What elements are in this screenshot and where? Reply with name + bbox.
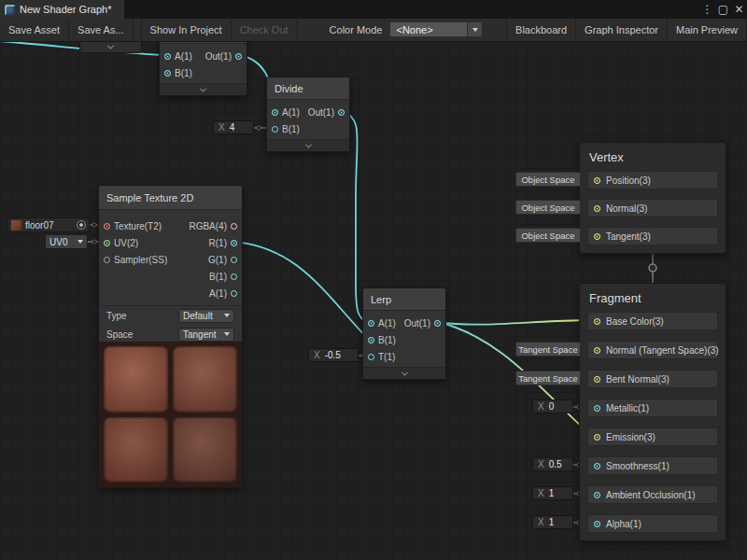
alpha-value-field[interactable]: X1 bbox=[532, 515, 573, 529]
block-row: Alpha(1) bbox=[587, 514, 718, 533]
port-label: B(1) bbox=[209, 272, 227, 282]
save-as-button[interactable]: Save As... bbox=[69, 19, 134, 41]
graph-inspector-button[interactable]: Graph Inspector bbox=[576, 19, 668, 41]
x-value: 1 bbox=[549, 488, 555, 498]
port-sampler[interactable] bbox=[104, 257, 110, 263]
block-title: Vertex bbox=[580, 143, 726, 169]
block-row-label: Alpha(1) bbox=[606, 519, 641, 529]
object-picker-icon[interactable] bbox=[77, 220, 86, 230]
port-label: B(1) bbox=[378, 335, 396, 345]
offscreen-node-collapse-strip[interactable] bbox=[79, 41, 142, 53]
normal-space-dropdown[interactable]: Object Space bbox=[515, 200, 581, 215]
texture-name: floor07 bbox=[25, 220, 54, 231]
color-mode-dropdown[interactable]: <None> bbox=[389, 21, 483, 37]
wire-sample-r-to-lerp-b[interactable] bbox=[233, 242, 368, 339]
type-dropdown[interactable]: Default bbox=[178, 309, 234, 323]
document-tab[interactable]: New Shader Graph* bbox=[0, 0, 124, 19]
x-label: X bbox=[538, 401, 544, 412]
close-icon[interactable]: ✕ bbox=[731, 0, 747, 19]
maximize-icon[interactable]: ▢ bbox=[715, 0, 731, 19]
block-row-label: Normal(3) bbox=[606, 203, 647, 214]
node-collapse-strip[interactable] bbox=[160, 83, 247, 95]
port-normal[interactable] bbox=[594, 205, 600, 212]
node-ports: Texture(T2) UV(2) Sampler(SS) RGBA(4) R(… bbox=[99, 210, 242, 305]
port-label: T(1) bbox=[378, 352, 395, 362]
port-out[interactable] bbox=[434, 320, 441, 327]
port-label: Out(1) bbox=[205, 51, 232, 62]
node-collapse-strip[interactable] bbox=[267, 139, 349, 151]
node-divide[interactable]: Divide A(1) Out(1) B(1) bbox=[266, 77, 350, 152]
port-in-b[interactable] bbox=[164, 70, 171, 77]
port-label: A(1) bbox=[175, 51, 192, 62]
lerp-t-value-field[interactable]: X -0.5 bbox=[308, 348, 359, 362]
x-value: 0 bbox=[549, 401, 555, 412]
port-b[interactable] bbox=[231, 273, 237, 280]
node-sample-texture-2d[interactable]: Sample Texture 2D Texture(T2) UV(2) Samp… bbox=[98, 185, 243, 488]
port-row: R(1) bbox=[184, 234, 242, 251]
port-in-b[interactable] bbox=[368, 337, 374, 343]
position-space-dropdown[interactable]: Object Space bbox=[515, 172, 581, 187]
bent-normal-space-dropdown[interactable]: Tangent Space bbox=[515, 371, 581, 385]
tangent-space-dropdown[interactable]: Object Space bbox=[515, 228, 581, 243]
port-out[interactable] bbox=[338, 109, 345, 116]
port-g[interactable] bbox=[231, 257, 237, 263]
port-smoothness[interactable] bbox=[594, 463, 600, 469]
uv-channel-dropdown[interactable]: UV0 bbox=[45, 234, 88, 249]
kebab-menu-icon[interactable]: ⋮ bbox=[699, 0, 715, 19]
space-pill-label: Object Space bbox=[521, 175, 574, 185]
port-in-t[interactable] bbox=[368, 354, 374, 360]
node-collapse-strip[interactable] bbox=[363, 367, 445, 379]
block-row-label: Normal (Tangent Space)(3) bbox=[606, 345, 719, 356]
dropdown-arrow-icon bbox=[78, 240, 83, 244]
node-lerp[interactable]: Lerp A(1) Out(1) B(1) T(1) bbox=[362, 287, 446, 380]
setting-row: Type Default bbox=[99, 306, 242, 325]
ambient-occlusion-value-field[interactable]: X1 bbox=[532, 486, 573, 500]
port-alpha[interactable] bbox=[594, 521, 600, 527]
metallic-value-field[interactable]: X0 bbox=[532, 399, 573, 413]
port-row: A(1) Out(1) bbox=[363, 315, 445, 331]
port-in-a[interactable] bbox=[164, 53, 171, 60]
port-uv[interactable] bbox=[104, 240, 110, 246]
node-title: Divide bbox=[267, 77, 349, 100]
port-in-a[interactable] bbox=[368, 320, 374, 327]
color-mode-value: <None> bbox=[396, 24, 432, 35]
port-row: A(1) Out(1) bbox=[267, 104, 349, 120]
wire-lerp-out-to-base-color[interactable] bbox=[438, 320, 592, 325]
port-out[interactable] bbox=[235, 53, 242, 60]
port-texture[interactable] bbox=[104, 223, 110, 230]
port-row: RGBA(4) bbox=[184, 217, 242, 234]
port-in-a[interactable] bbox=[272, 109, 278, 116]
texture-preview bbox=[99, 342, 242, 487]
chevron-down-icon bbox=[304, 141, 311, 147]
vertex-block[interactable]: Vertex Position(3) Normal(3) Tangent(3) bbox=[579, 142, 726, 254]
space-dropdown[interactable]: Tangent bbox=[178, 328, 234, 342]
port-a[interactable] bbox=[231, 290, 237, 297]
show-in-project-button[interactable]: Show In Project bbox=[141, 19, 232, 41]
space-pill-label: Object Space bbox=[521, 203, 574, 213]
port-metallic[interactable] bbox=[594, 405, 600, 412]
port-normal-ts[interactable] bbox=[594, 347, 600, 354]
node-ports: A(1) Out(1) B(1) T(1) bbox=[363, 311, 445, 369]
port-r[interactable] bbox=[231, 240, 237, 246]
normal-ts-space-dropdown[interactable]: Tangent Space bbox=[515, 342, 581, 357]
port-ambient-occlusion[interactable] bbox=[594, 492, 600, 498]
node-title: Lerp bbox=[363, 288, 445, 311]
port-bent-normal[interactable] bbox=[594, 376, 600, 383]
port-label: A(1) bbox=[282, 107, 300, 118]
port-base-color[interactable] bbox=[594, 318, 600, 325]
save-asset-button[interactable]: Save Asset bbox=[0, 19, 69, 41]
port-position[interactable] bbox=[594, 177, 600, 184]
blackboard-button[interactable]: Blackboard bbox=[506, 19, 576, 41]
smoothness-value-field[interactable]: X0.5 bbox=[532, 457, 573, 471]
texture-tile bbox=[173, 417, 237, 483]
main-preview-button[interactable]: Main Preview bbox=[668, 19, 747, 41]
port-tangent[interactable] bbox=[594, 233, 600, 240]
divide-b-value-field[interactable]: X 4 bbox=[213, 120, 254, 134]
texture-tile bbox=[104, 346, 168, 413]
port-in-b[interactable] bbox=[272, 126, 278, 133]
port-emission[interactable] bbox=[594, 434, 600, 441]
texture-object-field[interactable]: floor07 bbox=[7, 217, 90, 232]
fragment-block[interactable]: Fragment Base Color(3) Normal (Tangent S… bbox=[579, 283, 726, 541]
port-rgba[interactable] bbox=[231, 223, 237, 230]
block-row-label: Emission(3) bbox=[606, 432, 655, 442]
